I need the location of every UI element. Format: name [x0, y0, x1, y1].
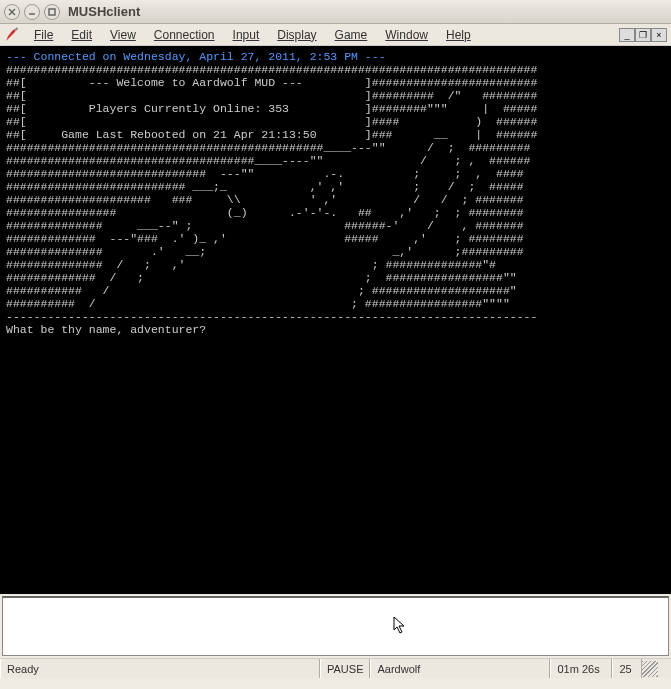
menu-view[interactable]: View: [102, 26, 144, 44]
menu-input[interactable]: Input: [225, 26, 268, 44]
input-area: [2, 596, 669, 656]
minimize-window-button[interactable]: [24, 4, 40, 20]
ascii-art: ########################################…: [6, 63, 537, 323]
resize-grip[interactable]: [642, 661, 658, 677]
window-controls: [4, 4, 60, 20]
mdi-restore-button[interactable]: ❐: [635, 28, 651, 42]
connected-line: --- Connected on Wednesday, April 27, 20…: [6, 50, 386, 63]
menu-game[interactable]: Game: [327, 26, 376, 44]
window-title: MUSHclient: [68, 4, 140, 19]
menu-help[interactable]: Help: [438, 26, 479, 44]
mdi-close-button[interactable]: ×: [651, 28, 667, 42]
menu-connection[interactable]: Connection: [146, 26, 223, 44]
status-pause: PAUSE: [320, 659, 370, 678]
menu-window[interactable]: Window: [377, 26, 436, 44]
maximize-window-button[interactable]: [44, 4, 60, 20]
status-lines: 25: [612, 659, 642, 678]
close-window-button[interactable]: [4, 4, 20, 20]
status-world: Aardwolf: [370, 659, 550, 678]
command-input[interactable]: [5, 600, 666, 653]
terminal-scrollbar[interactable]: [655, 46, 671, 594]
mdi-window-controls: _ ❐ ×: [619, 28, 667, 42]
svg-rect-3: [49, 9, 55, 15]
statusbar: Ready PAUSE Aardwolf 01m 26s 25: [0, 658, 671, 678]
menu-file[interactable]: File: [26, 26, 61, 44]
app-icon: [4, 27, 20, 43]
menubar: File Edit View Connection Input Display …: [0, 24, 671, 46]
prompt-line: What be thy name, adventurer?: [6, 323, 206, 336]
mdi-minimize-button[interactable]: _: [619, 28, 635, 42]
menu-edit[interactable]: Edit: [63, 26, 100, 44]
status-ready: Ready: [0, 659, 320, 678]
status-time: 01m 26s: [550, 659, 612, 678]
menu-display[interactable]: Display: [269, 26, 324, 44]
terminal-output: --- Connected on Wednesday, April 27, 20…: [0, 46, 671, 594]
titlebar: MUSHclient: [0, 0, 671, 24]
